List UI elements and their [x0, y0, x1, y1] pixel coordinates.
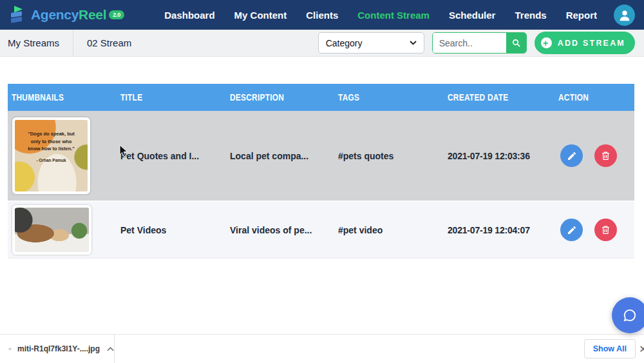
add-stream-label: ADD STREAM — [558, 39, 625, 48]
stream-toolbar: My Streams 02 Stream Category + ADD — [0, 30, 644, 57]
show-all-downloads-button[interactable]: Show All — [584, 339, 636, 358]
delete-button[interactable] — [594, 144, 617, 167]
app-screen: AgencyReel 2.0 Dashboard My Content Clie… — [0, 0, 644, 363]
nav-trends[interactable]: Trends — [515, 10, 546, 21]
nav-dashboard[interactable]: Dashboard — [164, 10, 214, 21]
user-avatar[interactable] — [614, 5, 635, 26]
stream-count-label: 02 Stream — [87, 37, 131, 48]
my-streams-label[interactable]: My Streams — [8, 37, 59, 48]
chat-bubble-icon — [621, 307, 638, 324]
edit-button[interactable] — [560, 144, 583, 167]
row-actions — [554, 144, 634, 167]
image-file-icon — [8, 344, 12, 354]
brand-name-secondary: Reel — [79, 7, 106, 23]
stream-created-date: 2021-07-19 12:03:36 — [443, 151, 554, 161]
download-item[interactable]: miti-R1ql7fk3l1Y-....jpg — [0, 335, 115, 363]
category-select[interactable]: Category — [318, 32, 424, 54]
stream-title: Pet Videos — [116, 225, 225, 235]
pencil-icon — [567, 151, 577, 161]
row-actions — [554, 219, 634, 241]
search-input[interactable] — [433, 33, 506, 53]
col-tags: TAGS — [334, 92, 443, 103]
stream-tags: #pets quotes — [334, 151, 443, 161]
stream-description: Viral videos of pe... — [225, 225, 334, 235]
thumbnail-quote-text: "Dogs do speak, but only to those who kn… — [15, 130, 88, 164]
table-header-row: THUMBNAILS TITLE DESCRIPTION TAGS CREATE… — [8, 84, 634, 111]
table-row[interactable]: Pet Videos Viral videos of pe... #pet vi… — [8, 202, 634, 259]
nav-clients[interactable]: Clients — [306, 10, 338, 21]
col-thumbnails: THUMBNAILS — [8, 92, 116, 103]
stream-created-date: 2021-07-19 12:04:07 — [443, 225, 554, 235]
download-item-filename: miti-R1ql7fk3l1Y-....jpg — [17, 344, 100, 353]
stream-tags: #pet video — [334, 225, 443, 235]
col-title: TITLE — [116, 92, 225, 103]
thumbnail-quote-attribution: - Orhan Pamuk — [15, 157, 88, 164]
col-created-date: CREATED DATE — [443, 92, 554, 103]
close-download-bar-icon[interactable]: ✕ — [639, 343, 644, 355]
nav-my-content[interactable]: My Content — [234, 10, 287, 21]
thumbnail-cell — [8, 205, 116, 255]
trash-icon — [601, 225, 611, 235]
nav-report[interactable]: Report — [566, 10, 597, 21]
brand-logo[interactable]: AgencyReel 2.0 — [9, 5, 124, 25]
nav-scheduler[interactable]: Scheduler — [449, 10, 496, 21]
chat-widget-button[interactable] — [612, 297, 644, 333]
trash-icon — [601, 151, 611, 161]
toolbar-divider — [73, 30, 73, 57]
browser-download-bar: miti-R1ql7fk3l1Y-....jpg Show All ✕ — [0, 334, 644, 363]
brand-logo-icon — [9, 5, 26, 25]
thumbnail-cell: "Dogs do speak, but only to those who kn… — [8, 117, 116, 194]
chevron-down-icon — [410, 41, 417, 45]
pencil-icon — [567, 225, 577, 235]
stream-description: Local pet compa... — [225, 151, 334, 161]
search-button[interactable] — [506, 33, 526, 53]
nav-content-stream[interactable]: Content Stream — [357, 10, 430, 21]
chevron-up-icon[interactable] — [107, 347, 114, 351]
person-icon — [618, 8, 632, 22]
table-row[interactable]: "Dogs do speak, but only to those who kn… — [8, 111, 634, 201]
category-select-value: Category — [326, 38, 363, 48]
main-nav: Dashboard My Content Clients Content Str… — [164, 10, 597, 21]
edit-button[interactable] — [560, 219, 583, 241]
plus-icon: + — [541, 37, 552, 48]
brand-version-badge: 2.0 — [109, 10, 124, 19]
search-group — [432, 32, 527, 54]
stream-title: Pet Quotes and I... — [116, 151, 225, 161]
stream-thumbnail-pet-videos[interactable] — [12, 205, 91, 255]
add-stream-button[interactable]: + ADD STREAM — [535, 32, 635, 54]
col-action: ACTION — [554, 92, 634, 103]
brand-name-primary: Agency — [31, 7, 79, 23]
toolbar-controls: Category + ADD STREAM — [318, 32, 635, 54]
col-description: DESCRIPTION — [225, 92, 334, 103]
search-icon — [511, 38, 521, 48]
streams-table: THUMBNAILS TITLE DESCRIPTION TAGS CREATE… — [8, 84, 634, 259]
brand-name: AgencyReel 2.0 — [31, 7, 124, 23]
top-navbar: AgencyReel 2.0 Dashboard My Content Clie… — [0, 0, 644, 30]
delete-button[interactable] — [594, 219, 617, 241]
stream-thumbnail-pet-quotes[interactable]: "Dogs do speak, but only to those who kn… — [12, 117, 90, 194]
